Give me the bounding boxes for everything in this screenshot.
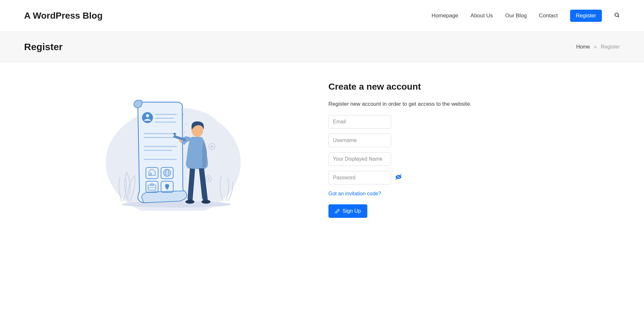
svg-line-1 [618,16,619,17]
svg-point-37 [201,200,210,204]
nav-our-blog[interactable]: Our Blog [505,13,527,19]
header: A WordPress Blog Homepage About Us Our B… [0,0,644,31]
registration-illustration [24,82,316,218]
svg-point-0 [615,13,619,17]
main-content: Create a new account Register new accoun… [0,62,644,237]
signup-button-label: Sign Up [343,208,361,214]
svg-point-11 [142,112,153,123]
svg-point-6 [210,145,213,148]
displayname-field[interactable] [328,152,391,166]
svg-point-10 [122,201,231,208]
breadcrumb-separator: » [594,44,597,49]
signup-button[interactable]: Sign Up [328,204,367,218]
svg-point-4 [185,123,187,125]
nav-homepage[interactable]: Homepage [432,13,458,19]
breadcrumb-current: Register [601,44,620,49]
pencil-icon [335,209,340,214]
title-bar: Register Home » Register [0,31,644,62]
form-description: Register new account in order to get acc… [328,101,620,107]
main-nav: Homepage About Us Our Blog Contact Regis… [432,10,620,22]
password-field[interactable] [328,171,391,184]
breadcrumb-home[interactable]: Home [576,44,590,49]
svg-point-9 [184,131,185,133]
nav-contact[interactable]: Contact [539,13,558,19]
nav-register-button[interactable]: Register [570,10,602,22]
svg-point-8 [208,178,210,180]
username-field[interactable] [328,134,391,147]
eye-slash-icon[interactable] [395,173,402,182]
invitation-code-link[interactable]: Got an invitation code? [328,191,620,197]
svg-point-36 [185,200,194,204]
page-title: Register [24,41,63,52]
svg-point-12 [146,114,149,117]
email-field[interactable] [328,115,391,129]
search-icon[interactable] [614,12,620,19]
register-form: Create a new account Register new accoun… [328,82,620,218]
breadcrumb: Home » Register [576,44,620,50]
form-heading: Create a new account [328,82,620,92]
nav-about-us[interactable]: About Us [470,13,493,19]
site-title[interactable]: A WordPress Blog [24,11,103,21]
